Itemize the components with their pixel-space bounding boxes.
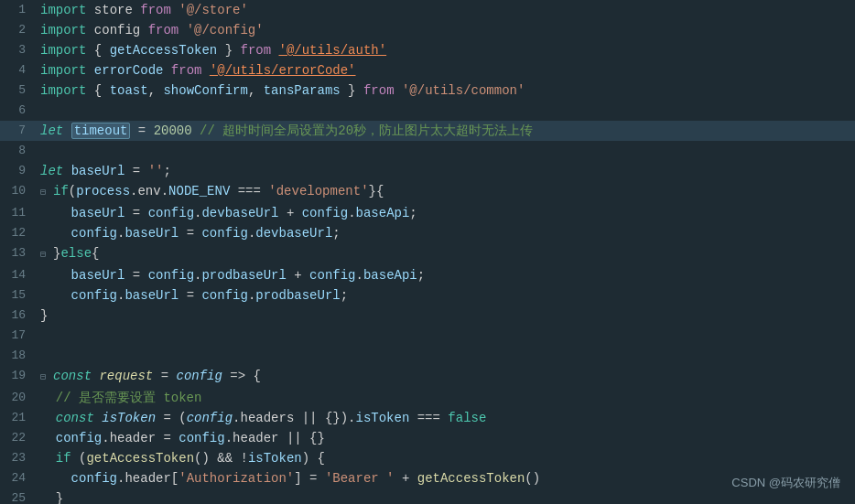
line-number: 22 (0, 428, 35, 448)
line-number: 12 (0, 223, 35, 243)
line-number: 4 (0, 60, 35, 80)
line-number: 14 (0, 265, 35, 285)
code-line-4: 4import errorCode from '@/utils/errorCod… (0, 60, 855, 80)
line-content: const isToken = (config.headers || {}).i… (35, 408, 855, 428)
code-line-21: 21 const isToken = (config.headers || {}… (0, 408, 855, 428)
line-number: 3 (0, 40, 35, 60)
line-number: 21 (0, 408, 35, 428)
code-line-7: 7let timeout = 20000 // 超时时间全局设置为20秒，防止图… (0, 121, 855, 141)
line-content: config.baseUrl = config.devbaseUrl; (35, 223, 855, 243)
line-content: config.header = config.header || {} (35, 428, 855, 448)
line-content: import { getAccessToken } from '@/utils/… (35, 40, 855, 60)
line-content (35, 326, 855, 346)
line-number: 16 (0, 306, 35, 326)
line-number: 18 (0, 346, 35, 366)
code-line-6: 6 (0, 101, 855, 121)
code-line-5: 5import { toast, showConfirm, tansParams… (0, 80, 855, 101)
line-number: 24 (0, 468, 35, 488)
line-content (35, 346, 855, 366)
code-line-25: 25 } (0, 488, 855, 504)
line-number: 17 (0, 326, 35, 346)
line-number: 19 (0, 366, 35, 388)
code-line-16: 16} (0, 306, 855, 326)
code-table: 1import store from '@/store'2import conf… (0, 0, 855, 504)
line-number: 13 (0, 243, 35, 265)
code-line-22: 22 config.header = config.header || {} (0, 428, 855, 448)
code-line-10: 10⊟ if(process.env.NODE_ENV === 'develop… (0, 181, 855, 203)
line-content: ⊟ if(process.env.NODE_ENV === 'developme… (35, 181, 855, 203)
line-number: 8 (0, 141, 35, 161)
line-number: 20 (0, 388, 35, 408)
watermark: CSDN @码农研究僧 (731, 473, 840, 493)
code-line-12: 12 config.baseUrl = config.devbaseUrl; (0, 223, 855, 243)
line-number: 23 (0, 448, 35, 468)
line-number: 10 (0, 181, 35, 203)
line-number: 2 (0, 20, 35, 40)
line-content: import { toast, showConfirm, tansParams … (35, 80, 855, 101)
code-line-23: 23 if (getAccessToken() && !isToken) { (0, 448, 855, 468)
line-number: 5 (0, 80, 35, 101)
code-line-8: 8 (0, 141, 855, 161)
code-line-18: 18 (0, 346, 855, 366)
code-line-24: 24 config.header['Authorization'] = 'Bea… (0, 468, 855, 488)
line-content: config.baseUrl = config.prodbaseUrl; (35, 285, 855, 306)
line-content (35, 101, 855, 121)
code-line-14: 14 baseUrl = config.prodbaseUrl + config… (0, 265, 855, 285)
line-number: 25 (0, 488, 35, 504)
code-line-3: 3import { getAccessToken } from '@/utils… (0, 40, 855, 60)
code-line-11: 11 baseUrl = config.devbaseUrl + config.… (0, 203, 855, 223)
line-number: 1 (0, 0, 35, 20)
line-content: let timeout = 20000 // 超时时间全局设置为20秒，防止图片… (35, 121, 855, 141)
code-line-2: 2import config from '@/config' (0, 20, 855, 40)
code-line-19: 19⊟ const request = config => { (0, 366, 855, 388)
line-content: } (35, 306, 855, 326)
line-content: // 是否需要设置 token (35, 388, 855, 408)
line-content: ⊟ }else{ (35, 243, 855, 265)
code-line-20: 20 // 是否需要设置 token (0, 388, 855, 408)
line-number: 11 (0, 203, 35, 223)
code-line-13: 13⊟ }else{ (0, 243, 855, 265)
line-content: let baseUrl = ''; (35, 161, 855, 181)
line-content (35, 141, 855, 161)
code-editor: 1import store from '@/store'2import conf… (0, 0, 855, 504)
code-line-9: 9let baseUrl = ''; (0, 161, 855, 181)
line-content: import store from '@/store' (35, 0, 855, 20)
line-number: 15 (0, 285, 35, 306)
code-line-1: 1import store from '@/store' (0, 0, 855, 20)
line-content: baseUrl = config.prodbaseUrl + config.ba… (35, 265, 855, 285)
line-content: ⊟ const request = config => { (35, 366, 855, 388)
line-content: import errorCode from '@/utils/errorCode… (35, 60, 855, 80)
line-number: 6 (0, 101, 35, 121)
line-content: baseUrl = config.devbaseUrl + config.bas… (35, 203, 855, 223)
code-line-15: 15 config.baseUrl = config.prodbaseUrl; (0, 285, 855, 306)
line-content: if (getAccessToken() && !isToken) { (35, 448, 855, 468)
line-number: 9 (0, 161, 35, 181)
line-content: import config from '@/config' (35, 20, 855, 40)
line-number: 7 (0, 121, 35, 141)
code-line-17: 17 (0, 326, 855, 346)
